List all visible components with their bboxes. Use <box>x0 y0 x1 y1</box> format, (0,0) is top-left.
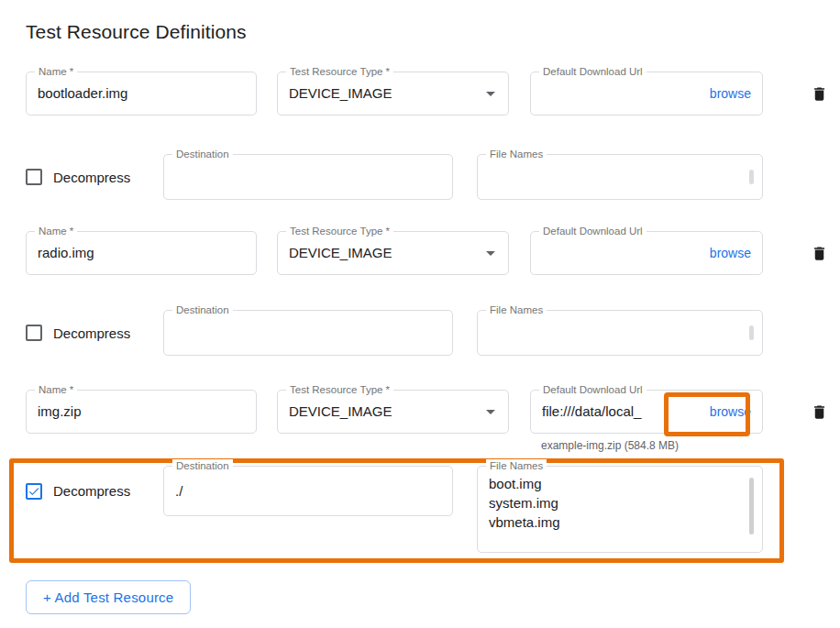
file-size-helper-text: example-img.zip (584.8 MB) <box>541 439 840 452</box>
file-names-field[interactable]: File Names boot.img system.img vbmeta.im… <box>477 466 763 553</box>
file-names-field-label: File Names <box>486 303 547 317</box>
destination-field-label: Destination <box>172 303 233 317</box>
resource-row-1: Name * bootloader.img Test Resource Type… <box>26 72 840 116</box>
destination-field[interactable]: Destination ./ <box>163 466 453 516</box>
name-field[interactable]: Name * img.zip <box>26 390 257 434</box>
delete-icon <box>811 84 828 104</box>
name-field-value: bootloader.img <box>38 84 127 103</box>
url-field-label: Default Download Url <box>539 225 647 238</box>
name-field-label: Name * <box>35 383 77 397</box>
url-field-label: Default Download Url <box>539 65 647 79</box>
file-names-field-value: boot.img system.img vbmeta.img <box>489 474 560 532</box>
name-field-label: Name * <box>35 225 77 238</box>
dropdown-arrow-icon <box>486 251 495 256</box>
file-names-field[interactable]: File Names <box>477 310 763 356</box>
destination-field[interactable]: Destination <box>163 154 453 200</box>
type-field-value: DEVICE_IMAGE <box>289 244 392 262</box>
decompress-row-3: Decompress Destination ./ File Names boo… <box>26 466 779 553</box>
highlight-box-decompress-row: Decompress Destination ./ File Names boo… <box>9 458 784 563</box>
check-icon <box>28 485 40 498</box>
download-url-field[interactable]: Default Download Url file:///data/local_… <box>530 390 763 434</box>
download-url-field[interactable]: Default Download Url browse <box>530 231 763 275</box>
name-field[interactable]: Name * bootloader.img <box>26 72 257 116</box>
delete-icon <box>811 244 828 263</box>
url-field-label: Default Download Url <box>539 383 647 397</box>
type-field-value: DEVICE_IMAGE <box>289 402 392 421</box>
destination-field-label: Destination <box>172 148 233 161</box>
decompress-label: Decompress <box>53 483 130 499</box>
decompress-label: Decompress <box>53 170 130 185</box>
url-field-value: file:///data/local_ <box>542 402 704 421</box>
page-title: Test Resource Definitions <box>26 20 840 44</box>
type-field-label: Test Resource Type * <box>286 225 393 238</box>
delete-icon <box>811 402 828 422</box>
decompress-checkbox-block: Decompress <box>26 310 163 356</box>
scrollbar-thumb[interactable] <box>749 478 754 534</box>
decompress-checkbox[interactable] <box>26 325 42 341</box>
decompress-label: Decompress <box>53 325 130 341</box>
resource-type-select[interactable]: Test Resource Type * DEVICE_IMAGE <box>277 231 509 275</box>
file-names-field[interactable]: File Names <box>477 154 763 200</box>
add-test-resource-button[interactable]: + Add Test Resource <box>26 580 191 614</box>
destination-field[interactable]: Destination <box>163 310 453 356</box>
browse-button[interactable]: browse <box>710 404 751 419</box>
decompress-checkbox-block: Decompress <box>26 466 163 516</box>
resource-type-select[interactable]: Test Resource Type * DEVICE_IMAGE <box>277 390 509 434</box>
type-field-label: Test Resource Type * <box>286 65 393 79</box>
decompress-checkbox[interactable] <box>26 169 42 185</box>
decompress-row-2: Decompress Destination File Names <box>26 310 840 356</box>
delete-resource-button[interactable] <box>809 402 829 422</box>
resource-type-select[interactable]: Test Resource Type * DEVICE_IMAGE <box>277 72 509 116</box>
browse-button[interactable]: browse <box>710 246 751 260</box>
decompress-row-1: Decompress Destination File Names <box>26 154 840 200</box>
type-field-value: DEVICE_IMAGE <box>289 84 392 103</box>
name-field-value: img.zip <box>38 402 82 421</box>
download-url-field[interactable]: Default Download Url browse <box>530 72 763 116</box>
file-names-field-label: File Names <box>486 459 547 473</box>
destination-field-value: ./ <box>175 482 182 501</box>
scrollbar-thumb[interactable] <box>749 170 754 184</box>
dropdown-arrow-icon <box>486 410 495 414</box>
delete-resource-button[interactable] <box>809 243 829 263</box>
file-names-field-label: File Names <box>486 148 547 161</box>
resource-row-3: Name * img.zip Test Resource Type * DEVI… <box>26 390 840 434</box>
browse-button[interactable]: browse <box>710 86 751 101</box>
decompress-checkbox-block: Decompress <box>26 154 163 200</box>
decompress-checkbox[interactable] <box>26 483 42 500</box>
name-field[interactable]: Name * radio.img <box>26 231 257 275</box>
scrollbar-thumb[interactable] <box>749 325 754 340</box>
destination-field-label: Destination <box>172 459 233 473</box>
delete-resource-button[interactable] <box>809 83 829 104</box>
type-field-label: Test Resource Type * <box>286 383 393 397</box>
resource-row-2: Name * radio.img Test Resource Type * DE… <box>26 231 840 275</box>
name-field-label: Name * <box>35 65 77 79</box>
name-field-value: radio.img <box>38 244 94 262</box>
dropdown-arrow-icon <box>486 92 495 96</box>
